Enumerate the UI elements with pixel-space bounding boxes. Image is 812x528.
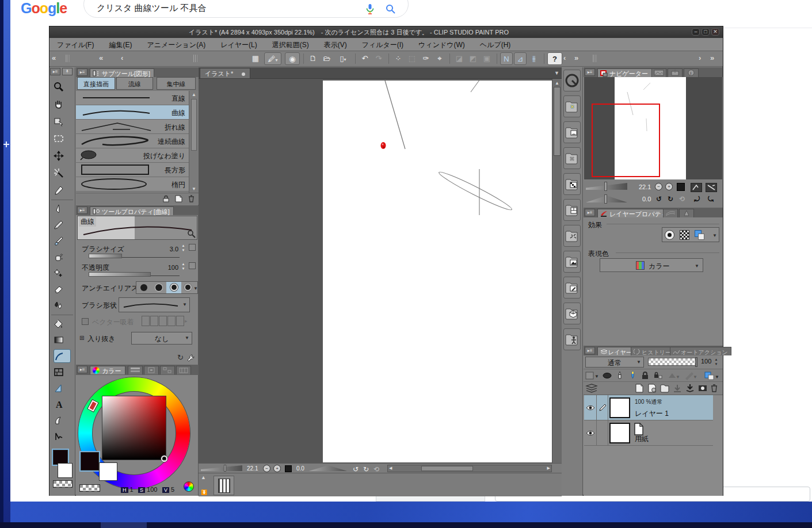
opacity-slider[interactable] bbox=[89, 272, 151, 277]
blend-mode-dropdown[interactable]: 通常▼ bbox=[585, 357, 644, 368]
scroll-left-icon[interactable]: ◀ bbox=[389, 466, 392, 470]
lock-transparent-pixels-icon[interactable] bbox=[653, 370, 664, 381]
intermediate-color-tab[interactable] bbox=[160, 366, 175, 374]
tray-up-icon[interactable]: ▲ bbox=[201, 475, 206, 480]
redo-icon[interactable]: ↷ bbox=[372, 52, 385, 65]
scroll-right-icon[interactable]: ▶ bbox=[547, 466, 550, 470]
clip-to-layer-icon[interactable] bbox=[602, 370, 613, 381]
hscrollbar-thumb[interactable] bbox=[421, 466, 473, 471]
scroll-up-icon[interactable]: ▲ bbox=[189, 92, 199, 97]
layer-row-layer1[interactable]: 100 %通常 レイヤー 1 bbox=[584, 395, 713, 420]
canvas-viewport[interactable] bbox=[199, 79, 552, 463]
palette-color-icon[interactable]: ▼ bbox=[585, 370, 600, 381]
color-transparent-swatch[interactable] bbox=[79, 484, 100, 492]
palette-menu-icon[interactable]: ▸≡ bbox=[77, 68, 87, 76]
tool-pencil[interactable] bbox=[54, 218, 71, 232]
flip-vertical-icon[interactable] bbox=[706, 183, 717, 192]
canvas-hscrollbar[interactable]: ◀ ▶ bbox=[387, 465, 552, 472]
open-file-icon[interactable]: 🗁 bbox=[321, 52, 333, 65]
material-image-pattern-icon[interactable] bbox=[563, 147, 581, 169]
sub-color-swatch[interactable] bbox=[58, 463, 73, 478]
palette-menu-icon[interactable]: ▸≡ bbox=[585, 68, 595, 76]
layer-color-icon[interactable]: ▼ bbox=[703, 370, 720, 381]
tool-object-select[interactable] bbox=[54, 430, 71, 443]
opacity-slider-thumb[interactable] bbox=[695, 357, 697, 367]
new-vector-layer-icon[interactable] bbox=[647, 383, 658, 393]
new-folder-icon[interactable] bbox=[659, 383, 671, 393]
tool-frame-border[interactable] bbox=[54, 365, 71, 379]
dock-expand-icon[interactable]: » bbox=[710, 53, 714, 62]
material-thumbnail[interactable] bbox=[214, 476, 234, 495]
subtool-item-lasso-fill[interactable]: 投げなわ塗り bbox=[76, 148, 189, 163]
material-color-pattern-icon[interactable] bbox=[563, 95, 581, 117]
menu-edit[interactable]: 編集(E) bbox=[101, 38, 139, 51]
tool-property-title-tab[interactable]: ツールプロパティ[曲線] bbox=[90, 206, 174, 215]
material-pose-icon[interactable] bbox=[563, 328, 581, 350]
subtool-item-ellipse[interactable]: 楕円 bbox=[76, 177, 189, 192]
approx-color-tab[interactable] bbox=[144, 366, 159, 374]
opacity-value[interactable]: 100 bbox=[161, 264, 178, 271]
merge-down-icon[interactable] bbox=[685, 383, 696, 393]
minimize-button[interactable]: – bbox=[692, 28, 700, 36]
menu-selection[interactable]: 選択範囲(S) bbox=[265, 38, 317, 51]
tone-tab[interactable] bbox=[679, 209, 694, 217]
document-tab[interactable]: イラスト* bbox=[200, 68, 250, 79]
tool-operation[interactable] bbox=[54, 114, 71, 128]
layers-tab[interactable]: レイヤー bbox=[597, 347, 635, 355]
palette-menu-icon[interactable]: ▸≡ bbox=[50, 68, 60, 75]
flip-horizontal-icon[interactable] bbox=[691, 183, 702, 192]
zoom-in-icon[interactable]: + bbox=[273, 465, 281, 472]
effect-dropdown-icon[interactable]: ▼ bbox=[712, 233, 717, 238]
help-button[interactable]: ? bbox=[547, 52, 562, 65]
tool-text[interactable]: A bbox=[54, 397, 71, 411]
antialias-middle-button-selected[interactable] bbox=[166, 282, 181, 293]
subtool-item-polyline[interactable]: 折れ線 bbox=[76, 120, 189, 134]
brush-size-value[interactable]: 3.0 bbox=[161, 246, 178, 252]
new-layer-icon[interactable] bbox=[634, 383, 646, 393]
selection-border-icon[interactable]: ⌖ bbox=[433, 52, 446, 65]
antialias-strong-button[interactable] bbox=[181, 282, 194, 293]
reset-settings-icon[interactable]: ↻ bbox=[177, 353, 184, 362]
new-subtool-icon[interactable] bbox=[174, 194, 184, 203]
tool-figure-selected[interactable] bbox=[54, 349, 71, 363]
material-effect-lines-icon[interactable] bbox=[563, 225, 581, 247]
layer-opacity-slider[interactable] bbox=[648, 358, 697, 366]
taskbar[interactable] bbox=[0, 522, 812, 528]
menu-view[interactable]: 表示(V) bbox=[317, 38, 354, 51]
lock-icon[interactable] bbox=[162, 194, 171, 203]
rotate-cw-icon[interactable]: ↻ bbox=[363, 465, 369, 473]
material-image-icon[interactable] bbox=[563, 251, 581, 273]
tool-auto-select[interactable] bbox=[54, 166, 71, 180]
dock-arrow-icon[interactable]: › bbox=[699, 53, 701, 62]
deselect-icon[interactable]: ⁘ bbox=[392, 52, 405, 65]
antialias-dropdown-icon[interactable]: ▼ bbox=[193, 286, 198, 291]
new-file-icon[interactable]: 🗋 bbox=[307, 52, 319, 65]
taper-expand-icon[interactable]: ⊞ bbox=[79, 335, 84, 341]
subtool-scrollbar[interactable]: ▲ ▼ bbox=[189, 91, 199, 193]
brush-size-dynamics-checkbox[interactable] bbox=[189, 244, 196, 251]
fit-to-screen-icon[interactable] bbox=[285, 465, 292, 472]
zoom-out-icon[interactable]: − bbox=[263, 465, 270, 472]
tool-eyedropper[interactable] bbox=[54, 183, 71, 197]
transparent-color-swatch[interactable] bbox=[53, 480, 73, 488]
information-tab[interactable]: i bbox=[684, 68, 699, 77]
dock-expand-icon[interactable]: » bbox=[574, 53, 578, 62]
layer1-thumbnail[interactable] bbox=[609, 397, 630, 418]
quick-access-icon[interactable] bbox=[563, 70, 581, 91]
lock-layer-icon[interactable] bbox=[640, 370, 651, 381]
subtool-group-direct-draw[interactable]: 直接描画 bbox=[77, 77, 115, 90]
tool-eraser[interactable] bbox=[54, 282, 71, 296]
expression-dropdown-icon[interactable]: ▼ bbox=[695, 263, 699, 269]
antialias-none-button[interactable] bbox=[136, 282, 151, 293]
reset-rotate-icon[interactable]: ⟲ bbox=[679, 195, 685, 203]
nav-fit-icon[interactable] bbox=[677, 183, 685, 191]
subtool-title-tab[interactable]: サブツール[図形] bbox=[90, 68, 154, 77]
tool-move-hand[interactable] bbox=[54, 97, 71, 111]
palette-menu-icon[interactable]: ▸≡ bbox=[77, 366, 87, 373]
subtool-item-rectangle[interactable]: 長方形 bbox=[76, 163, 189, 177]
save-icon[interactable]: ▯▾ bbox=[334, 52, 352, 65]
color-set-tab[interactable] bbox=[176, 366, 191, 374]
palette-grip[interactable] bbox=[66, 55, 70, 62]
palette-menu-icon[interactable]: ▸≡ bbox=[77, 206, 87, 214]
tool-liquify[interactable] bbox=[54, 414, 71, 427]
